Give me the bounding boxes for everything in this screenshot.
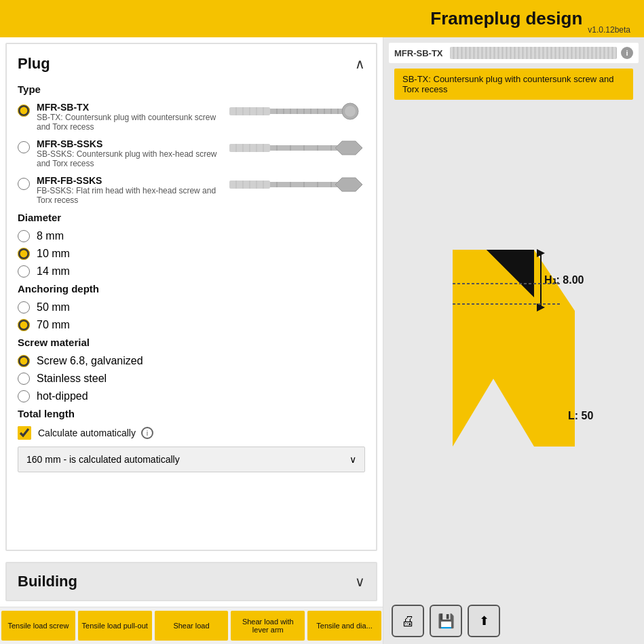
diameter-radio-14mm[interactable] [18,265,30,278]
building-title: Building [18,573,77,590]
plug-section-header: Plug ∧ [18,55,365,73]
tooltip-header: MFR-SB-TX i [389,43,639,63]
save-icon: 💾 [438,613,455,629]
screw-option-hot-dipped[interactable]: hot-dipped [18,390,365,402]
card-tensile-dia[interactable]: Tensile and dia... [307,611,381,641]
anchoring-value-50mm: 50 mm [37,301,70,314]
diameter-radio-10mm[interactable] [18,248,30,260]
diameter-label: Diameter [18,212,365,223]
diameter-value-10mm: 10 mm [37,248,70,260]
screw-radio-galvanized[interactable] [18,355,30,367]
app-header: Frameplug design v1.0.12beta [0,0,644,37]
plug-collapse-icon[interactable]: ∧ [355,56,365,72]
print-icon: 🖨 [401,613,415,629]
total-length-label: Total length [18,408,365,419]
tooltip-info-circle: i [621,47,633,59]
building-collapse-icon[interactable]: ∨ [355,573,365,590]
diameter-option-8mm[interactable]: 8 mm [18,230,365,242]
type-img-mfr-fb-ssks [229,175,365,194]
anchoring-value-70mm: 70 mm [37,319,70,331]
svg-rect-25 [270,145,345,151]
svg-point-18 [345,106,356,117]
total-length-subsection: Total length Calculate automatically i 1… [18,408,365,472]
type-radio-mfr-sb-ssks[interactable] [18,141,30,153]
card-shear-lever[interactable]: Shear load with lever arm [231,611,305,641]
auto-calculate-label: Calculate automatically [38,428,136,438]
type-info-mfr-sb-tx: MFR-SB-TX SB-TX: Countersunk plug with c… [37,102,229,132]
right-panel: MFR-SB-TX i SB-TX: Countersunk plug with… [383,37,644,644]
diameter-subsection: Diameter 8 mm 10 mm 14 mm [18,212,365,278]
diagram-area: H₁: 8.00 L: 50 [383,105,644,598]
total-length-value: 160 mm - is calculated automatically [26,454,180,465]
bottom-cards: Tensile load screw Tensile load pull-out… [0,607,383,644]
type-option-mfr-fb-ssks[interactable]: MFR-FB-SSKS FB-SSKS: Flat rim head with … [18,175,365,205]
diagram-svg: H₁: 8.00 L: 50 [398,229,629,474]
type-info-mfr-sb-ssks: MFR-SB-SSKS SB-SSKS: Countersunk plug wi… [37,138,229,168]
screw-value-hot-dipped: hot-dipped [37,390,88,402]
tooltip-description: SB-TX: Countersunk plug with countersunk… [394,69,633,100]
type-img-mfr-sb-tx [229,102,365,121]
anchoring-option-50mm[interactable]: 50 mm [18,301,365,314]
auto-calculate-checkbox-item[interactable]: Calculate automatically i [18,426,365,440]
main-layout: Plug ∧ Type MFR-SB-TX SB-TX: Countersunk… [0,37,644,644]
card-tensile-screw[interactable]: Tensile load screw [1,611,75,641]
type-radio-mfr-sb-tx[interactable] [18,105,30,117]
type-info-mfr-fb-ssks: MFR-FB-SSKS FB-SSKS: Flat rim head with … [37,175,229,205]
type-desc-mfr-sb-ssks: SB-SSKS: Countersunk plug with hex-head … [37,149,229,168]
card-shear-load[interactable]: Shear load [155,611,229,641]
anchoring-option-70mm[interactable]: 70 mm [18,319,365,331]
tooltip-plug-name: MFR-SB-TX [394,48,443,58]
anchoring-radio-50mm[interactable] [18,301,30,314]
info-icon[interactable]: i [141,427,153,439]
print-button[interactable]: 🖨 [392,605,424,637]
type-img-mfr-sb-ssks [229,138,365,157]
app-title: Frameplug design [430,8,582,29]
anchoring-depth-label: Anchoring depth [18,283,365,295]
auto-calculate-checkbox[interactable] [18,426,31,440]
app-version: v1.0.12beta [588,25,630,35]
type-option-mfr-sb-tx[interactable]: MFR-SB-TX SB-TX: Countersunk plug with c… [18,102,365,132]
type-name-mfr-fb-ssks: MFR-FB-SSKS [37,175,229,186]
tooltip-card-wrapper: MFR-SB-TX i SB-TX: Countersunk plug with… [389,43,639,105]
building-section[interactable]: Building ∨ [5,562,377,601]
screw-radio-hot-dipped[interactable] [18,390,30,402]
screw-material-label: Screw material [18,337,365,348]
export-icon: ⬆ [479,613,489,628]
tooltip-desc-text: SB-TX: Countersunk plug with countersunk… [402,74,613,94]
screw-material-subsection: Screw material Screw 6.8, galvanized Sta… [18,337,365,402]
card-tensile-pullout[interactable]: Tensile load pull-out [78,611,152,641]
plug-section-title: Plug [18,55,50,73]
type-name-mfr-sb-tx: MFR-SB-TX [37,102,229,113]
anchoring-radio-70mm[interactable] [18,319,30,331]
anchoring-depth-subsection: Anchoring depth 50 mm 70 mm [18,283,365,331]
screw-radio-stainless[interactable] [18,373,30,385]
diameter-radio-8mm[interactable] [18,230,30,242]
type-name-mfr-sb-ssks: MFR-SB-SSKS [37,138,229,149]
type-radio-mfr-fb-ssks[interactable] [18,178,30,190]
right-toolbar: 🖨 💾 ⬆ [383,598,644,644]
screw-option-stainless[interactable]: Stainless steel [18,373,365,385]
type-subsection: Type MFR-SB-TX SB-TX: Countersunk plug w… [18,83,365,205]
svg-marker-31 [335,141,362,155]
total-length-dropdown[interactable]: 160 mm - is calculated automatically ∨ [18,447,365,472]
diameter-value-8mm: 8 mm [37,230,64,242]
export-button[interactable]: ⬆ [468,605,500,637]
type-desc-mfr-sb-tx: SB-TX: Countersunk plug with countersunk… [37,113,229,132]
svg-text:L: 50: L: 50 [568,410,593,421]
diameter-option-14mm[interactable]: 14 mm [18,265,365,278]
save-button[interactable]: 💾 [430,605,462,637]
screw-value-galvanized: Screw 6.8, galvanized [37,355,143,367]
svg-rect-38 [270,182,345,187]
plug-section: Plug ∧ Type MFR-SB-TX SB-TX: Countersunk… [5,43,377,551]
type-option-mfr-sb-ssks[interactable]: MFR-SB-SSKS SB-SSKS: Countersunk plug wi… [18,138,365,168]
diameter-value-14mm: 14 mm [37,265,70,278]
type-label: Type [18,83,365,95]
type-desc-mfr-fb-ssks: FB-SSKS: Flat rim head with hex-head scr… [37,186,229,205]
screw-value-stainless: Stainless steel [37,373,107,385]
diameter-option-10mm[interactable]: 10 mm [18,248,365,260]
tooltip-screw-image [450,47,618,59]
chevron-down-icon: ∨ [349,454,356,465]
svg-marker-44 [335,178,362,191]
left-panel: Plug ∧ Type MFR-SB-TX SB-TX: Countersunk… [0,37,383,644]
screw-option-galvanized[interactable]: Screw 6.8, galvanized [18,355,365,367]
